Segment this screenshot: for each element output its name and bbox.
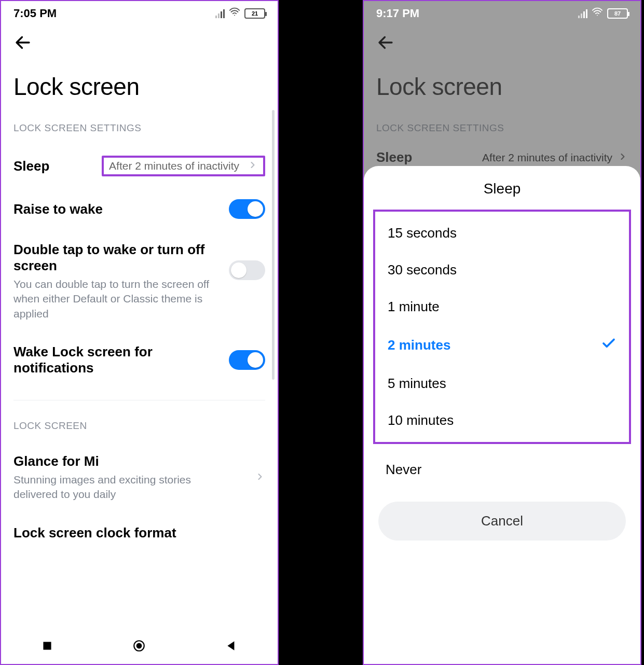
option-15-seconds[interactable]: 15 seconds bbox=[375, 215, 629, 252]
row-raise-to-wake[interactable]: Raise to wake bbox=[13, 188, 265, 230]
row-sleep[interactable]: Sleep After 2 minutes of inactivity bbox=[13, 144, 265, 188]
status-time: 9:17 PM bbox=[376, 7, 419, 20]
signal-icon bbox=[215, 9, 225, 18]
phone-left: 7:05 PM 21 Lock screen LOCK SCREEN SETTI… bbox=[0, 0, 279, 665]
highlight-options: 15 seconds 30 seconds 1 minute 2 minutes… bbox=[373, 210, 631, 444]
divider bbox=[13, 400, 265, 400]
back-icon[interactable] bbox=[376, 45, 395, 53]
option-30-seconds[interactable]: 30 seconds bbox=[375, 252, 629, 288]
option-never[interactable]: Never bbox=[364, 451, 640, 488]
toggle-raise-to-wake[interactable] bbox=[229, 199, 265, 219]
row-glance-label: Glance for Mi bbox=[13, 453, 242, 469]
row-clockfmt-label: Lock screen clock format bbox=[13, 525, 258, 541]
wifi-icon bbox=[592, 6, 603, 21]
row-sleep-label: Sleep bbox=[376, 149, 475, 165]
phone-right: 9:17 PM 87 Lock screen LOCK SCREEN SETTI… bbox=[363, 0, 641, 665]
signal-icon bbox=[578, 9, 587, 18]
row-double-tap[interactable]: Double tap to wake or turn off screen Yo… bbox=[13, 230, 265, 332]
row-sleep-value: After 2 minutes of inactivity bbox=[482, 151, 612, 164]
row-wake-lock-notifications[interactable]: Wake Lock screen for notifications bbox=[13, 332, 265, 387]
section-header-lockscreen: LOCK SCREEN bbox=[1, 413, 278, 442]
toggle-double-tap[interactable] bbox=[229, 260, 265, 280]
toggle-wake-lock[interactable] bbox=[229, 350, 265, 370]
option-10-minutes[interactable]: 10 minutes bbox=[375, 402, 629, 439]
page-title: Lock screen bbox=[1, 54, 278, 115]
sleep-bottom-sheet: Sleep 15 seconds 30 seconds 1 minute 2 m… bbox=[364, 166, 640, 664]
svg-rect-0 bbox=[43, 642, 51, 649]
option-2-minutes[interactable]: 2 minutes bbox=[375, 325, 629, 365]
status-bar: 9:17 PM 87 bbox=[364, 1, 640, 24]
option-5-minutes[interactable]: 5 minutes bbox=[375, 365, 629, 402]
row-sleep-label: Sleep bbox=[13, 158, 94, 174]
battery-icon: 21 bbox=[244, 8, 265, 19]
chevron-right-icon bbox=[255, 472, 265, 484]
cancel-button[interactable]: Cancel bbox=[378, 502, 626, 541]
row-glance[interactable]: Glance for Mi Stunning images and exciti… bbox=[13, 442, 265, 514]
svg-point-2 bbox=[136, 643, 142, 649]
battery-icon: 87 bbox=[607, 8, 628, 19]
back-icon[interactable] bbox=[13, 45, 32, 53]
row-wakelock-label: Wake Lock screen for notifications bbox=[13, 344, 190, 376]
android-navbar bbox=[1, 628, 278, 664]
row-dtap-label: Double tap to wake or turn off screen bbox=[13, 242, 222, 274]
row-sleep-value: After 2 minutes of inactivity bbox=[109, 160, 239, 172]
chevron-right-icon bbox=[248, 160, 258, 172]
check-icon bbox=[601, 336, 616, 355]
row-glance-sub: Stunning images and exciting stories del… bbox=[13, 473, 211, 502]
nav-home-icon[interactable] bbox=[132, 639, 146, 653]
highlight-sleep-value: After 2 minutes of inactivity bbox=[102, 156, 265, 176]
chevron-right-icon bbox=[618, 151, 628, 164]
nav-recents-icon[interactable] bbox=[40, 639, 54, 653]
option-1-minute[interactable]: 1 minute bbox=[375, 288, 629, 325]
status-bar: 7:05 PM 21 bbox=[1, 1, 278, 24]
sheet-title: Sleep bbox=[364, 181, 640, 197]
nav-back-icon[interactable] bbox=[225, 639, 238, 653]
section-header-settings: LOCK SCREEN SETTINGS bbox=[364, 115, 640, 144]
page-title: Lock screen bbox=[364, 54, 640, 115]
wifi-icon bbox=[229, 6, 240, 21]
section-header-settings: LOCK SCREEN SETTINGS bbox=[1, 115, 278, 144]
row-raise-label: Raise to wake bbox=[13, 201, 222, 217]
status-time: 7:05 PM bbox=[13, 7, 57, 20]
scrollbar-thumb[interactable] bbox=[272, 110, 275, 380]
row-dtap-sub: You can double tap to turn the screen of… bbox=[13, 277, 211, 321]
row-clock-format[interactable]: Lock screen clock format bbox=[13, 514, 265, 552]
